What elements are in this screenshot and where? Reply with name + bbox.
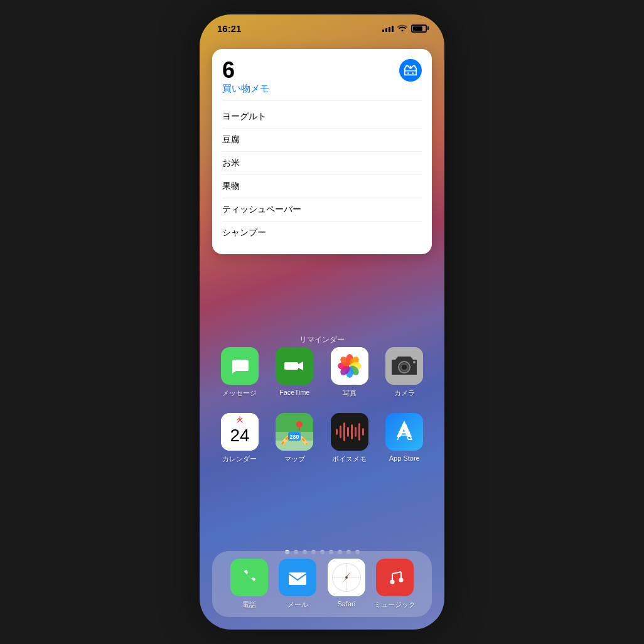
- svg-text:火: 火: [236, 416, 244, 423]
- app-appstore[interactable]: 𝔸 App Store: [382, 413, 426, 464]
- maps-icon: 280: [276, 413, 313, 451]
- svg-point-54: [399, 578, 404, 582]
- svg-point-1: [412, 72, 414, 74]
- app-row-1: メッセージ FaceTime: [212, 347, 432, 398]
- svg-rect-49: [384, 566, 406, 589]
- app-grid: メッセージ FaceTime: [200, 347, 444, 479]
- widget-header: 6 買い物メモ: [222, 59, 422, 95]
- dock: 電話 メール: [212, 551, 432, 617]
- widget-item-6[interactable]: シャンプー: [222, 222, 422, 244]
- svg-rect-37: [362, 428, 364, 436]
- svg-point-28: [296, 421, 303, 427]
- app-photos[interactable]: 写真: [328, 347, 372, 398]
- svg-rect-25: [276, 441, 313, 451]
- svg-point-16: [402, 365, 407, 370]
- appstore-label: App Store: [389, 454, 420, 462]
- widget-item-2[interactable]: 豆腐: [222, 129, 422, 152]
- messages-icon: [221, 347, 259, 385]
- svg-text:280: 280: [290, 434, 299, 440]
- signal-icon: [382, 24, 394, 32]
- app-calendar[interactable]: 火 24 カレンダー: [218, 413, 262, 464]
- svg-point-0: [407, 72, 409, 74]
- svg-point-17: [413, 361, 416, 363]
- mail-icon: [279, 559, 316, 596]
- photos-label: 写真: [343, 389, 357, 398]
- app-maps[interactable]: 280 マップ: [272, 413, 316, 464]
- facetime-icon: [276, 347, 313, 385]
- dock-phone[interactable]: 電話: [227, 559, 271, 609]
- svg-rect-4: [331, 347, 368, 385]
- battery-icon: [411, 24, 427, 33]
- svg-text:24: 24: [230, 426, 249, 445]
- facetime-label: FaceTime: [279, 389, 310, 396]
- widget-item-1[interactable]: ヨーグルト: [222, 105, 422, 129]
- voicememo-label: ボイスメモ: [332, 454, 367, 464]
- mail-label: メール: [287, 600, 308, 609]
- voicememo-icon: [331, 413, 368, 451]
- photos-icon: [331, 347, 368, 385]
- music-label: ミュージック: [374, 600, 416, 609]
- safari-icon: [328, 559, 365, 596]
- svg-rect-40: [238, 566, 260, 589]
- dock-music[interactable]: ミュージック: [373, 559, 417, 609]
- app-facetime[interactable]: FaceTime: [272, 347, 316, 398]
- camera-icon: [385, 347, 423, 385]
- app-voicememo[interactable]: ボイスメモ: [328, 413, 372, 464]
- phone-icon: [230, 559, 268, 596]
- widget-divider: [222, 100, 422, 100]
- status-bar: 16:21: [200, 14, 444, 42]
- svg-rect-33: [347, 427, 349, 437]
- reminder-label: リマインダー: [200, 335, 444, 345]
- camera-label: カメラ: [394, 389, 415, 398]
- widget-title: 買い物メモ: [222, 83, 269, 95]
- svg-rect-35: [355, 427, 357, 437]
- widget-count: 6: [222, 59, 269, 82]
- app-messages[interactable]: メッセージ: [218, 347, 262, 398]
- svg-rect-42: [289, 572, 306, 585]
- svg-rect-30: [336, 429, 338, 435]
- dock-safari[interactable]: Safari: [325, 559, 368, 609]
- svg-rect-34: [351, 424, 353, 439]
- reminders-widget[interactable]: 6 買い物メモ ヨーグルト 豆腐 お米 果物 ティッシュペーパー シャンプー: [212, 49, 432, 254]
- music-icon: [376, 559, 414, 596]
- widget-item-3[interactable]: お米: [222, 152, 422, 175]
- widget-item-5[interactable]: ティッシュペーパー: [222, 198, 422, 222]
- wifi-icon: [397, 24, 407, 33]
- widget-item-4[interactable]: 果物: [222, 175, 422, 198]
- svg-point-53: [390, 580, 395, 584]
- dock-mail[interactable]: メール: [276, 559, 319, 609]
- status-time: 16:21: [217, 23, 241, 34]
- safari-label: Safari: [337, 600, 355, 608]
- svg-point-48: [345, 576, 348, 579]
- appstore-icon: 𝔸: [385, 413, 423, 451]
- phone-frame: 16:21 6 買い物メモ: [200, 14, 444, 630]
- calendar-label: カレンダー: [222, 454, 257, 464]
- calendar-icon: 火 24: [221, 413, 259, 451]
- status-icons: [382, 24, 427, 33]
- messages-label: メッセージ: [222, 389, 257, 398]
- basket-icon: [399, 59, 422, 82]
- maps-label: マップ: [284, 454, 305, 464]
- app-row-2: 火 24 カレンダー: [212, 413, 432, 464]
- svg-rect-31: [340, 426, 341, 438]
- svg-rect-32: [343, 422, 345, 441]
- app-camera[interactable]: カメラ: [382, 347, 426, 398]
- phone-label: 電話: [242, 600, 256, 609]
- svg-rect-36: [358, 423, 360, 441]
